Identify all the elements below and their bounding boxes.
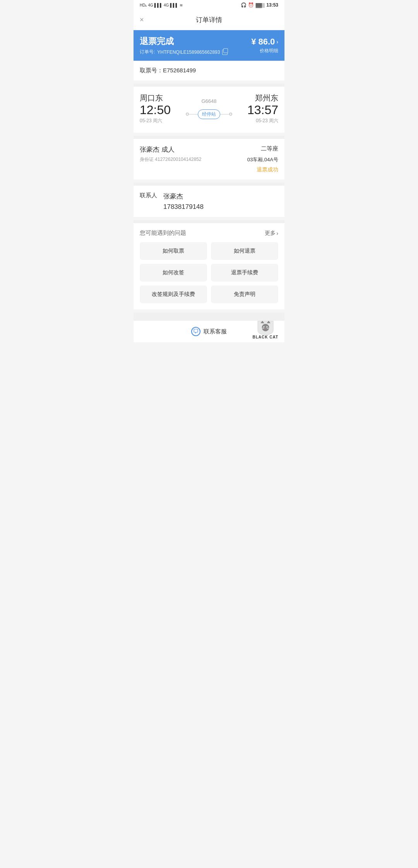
depart-station: 周口东 12:50 05-23 周六	[140, 93, 171, 124]
divider2	[134, 136, 284, 139]
faq-header: 您可能遇到的问题 更多 ›	[140, 229, 278, 237]
train-middle: G6648 经停站	[186, 98, 232, 119]
banner-right: ¥ 86.0 › 价格明细	[251, 37, 278, 54]
page-title: 订单详情	[196, 15, 222, 24]
signal-bars2: ▌▌▌	[170, 3, 178, 7]
passenger-name: 张豪杰 成人	[140, 145, 175, 154]
passenger-section: 张豪杰 成人 二等座 身份证 412726200104142852 03车厢,0…	[134, 139, 284, 179]
divider4	[134, 220, 284, 223]
svg-point-6	[267, 327, 267, 328]
price-detail-label[interactable]: 价格明细	[260, 48, 278, 54]
signal-bars: ▌▌▌	[154, 3, 163, 7]
line-bar-right	[220, 114, 229, 114]
network-4g: 4G	[148, 3, 153, 7]
line-bar-left	[189, 114, 198, 114]
arrive-station: 郑州东 13:57 05-23 周六	[247, 93, 278, 124]
faq-item-2[interactable]: 如何退票	[211, 242, 278, 260]
order-price: ¥ 86.0 ›	[251, 37, 278, 47]
svg-point-2	[262, 324, 269, 331]
train-line: 经停站	[186, 109, 232, 119]
service-label[interactable]: 联系客服	[204, 328, 227, 335]
seat-type: 二等座	[261, 145, 278, 154]
order-number: YHTFENQILE1589865662893	[157, 50, 220, 55]
status-bar: HD₁ 4G ▌▌▌ 4G ▌▌▌ ≋ 🎧 ⏰ ▓▓▒ 13:53	[134, 0, 284, 10]
arrive-time: 13:57	[247, 103, 278, 117]
faq-grid: 如何取票 如何退票 如何改签 退票手续费 改签规则及手续费 免责声明	[140, 242, 278, 303]
alarm-icon: ⏰	[248, 2, 254, 8]
chevron-right-icon: ›	[276, 230, 278, 236]
faq-item-1[interactable]: 如何取票	[140, 242, 207, 260]
bottom-bar: 联系客服 BLACK CAT	[134, 320, 284, 342]
contact-info: 张豪杰 17838179148	[163, 192, 204, 211]
chat-icon	[191, 327, 200, 336]
network-indicator: HD₁	[140, 3, 147, 7]
black-cat-brand: BLACK CAT	[252, 335, 278, 339]
passenger-id: 身份证 412726200104142852	[140, 156, 201, 163]
contact-phone: 17838179148	[163, 203, 204, 211]
battery-icon: ▓▓▒	[255, 3, 265, 7]
status-left: HD₁ 4G ▌▌▌ 4G ▌▌▌ ≋	[140, 3, 183, 7]
status-banner: 退票完成 订单号: YHTFENQILE1589865662893 ¥ 86.0…	[134, 30, 284, 61]
faq-title: 您可能遇到的问题	[140, 229, 186, 237]
wifi-icon: ≋	[180, 3, 183, 7]
contact-label: 联系人	[140, 192, 157, 199]
depart-time: 12:50	[140, 103, 171, 117]
network-4g2: 4G	[164, 3, 169, 7]
refund-success-label: 退票成功	[140, 166, 278, 173]
faq-item-3[interactable]: 如何改签	[140, 264, 207, 282]
line-dot-left	[186, 113, 189, 116]
header: × 订单详情	[134, 10, 284, 30]
ticket-number: 取票号：E752681499	[140, 67, 196, 73]
order-label: 订单号:	[140, 49, 155, 55]
bottom-spacer	[134, 313, 284, 320]
passenger-name-row: 张豪杰 成人 二等座	[140, 145, 278, 154]
seat-number: 03车厢,04A号	[247, 156, 278, 163]
line-dot-right	[229, 113, 232, 116]
arrive-date: 05-23 周六	[247, 118, 278, 124]
faq-section: 您可能遇到的问题 更多 › 如何取票 如何退票 如何改签 退票手续费 改签规则及…	[134, 223, 284, 309]
faq-item-6[interactable]: 免责声明	[211, 285, 278, 303]
svg-point-5	[264, 327, 264, 328]
cat-svg	[256, 320, 275, 335]
order-number-row: 订单号: YHTFENQILE1589865662893	[140, 49, 228, 55]
copy-icon[interactable]	[222, 50, 228, 55]
contact-section: 联系人 张豪杰 17838179148	[134, 186, 284, 217]
banner-left: 退票完成 订单号: YHTFENQILE1589865662893	[140, 36, 228, 55]
price-chevron: ›	[276, 39, 278, 45]
faq-more-button[interactable]: 更多 ›	[265, 230, 278, 237]
depart-date: 05-23 周六	[140, 118, 171, 124]
arrive-station-name: 郑州东	[247, 93, 278, 103]
ticket-section: 取票号：E752681499	[134, 61, 284, 80]
headphone-icon: 🎧	[241, 2, 247, 8]
train-number: G6648	[201, 98, 216, 104]
clock-time: 13:53	[266, 2, 278, 8]
passenger-id-row: 身份证 412726200104142852 03车厢,04A号	[140, 156, 278, 163]
contact-row: 联系人 张豪杰 17838179148	[140, 192, 278, 211]
black-cat-logo: BLACK CAT	[252, 320, 278, 339]
faq-item-4[interactable]: 退票手续费	[211, 264, 278, 282]
close-button[interactable]: ×	[140, 16, 144, 24]
contact-name: 张豪杰	[163, 192, 204, 201]
status-right: 🎧 ⏰ ▓▓▒ 13:53	[241, 2, 278, 8]
train-route: 周口东 12:50 05-23 周六 G6648 经停站 郑州东 13:57 0…	[140, 93, 278, 124]
depart-station-name: 周口东	[140, 93, 171, 103]
refund-status: 退票完成	[140, 36, 228, 47]
divider3	[134, 183, 284, 186]
divider1	[134, 84, 284, 87]
train-section: 周口东 12:50 05-23 周六 G6648 经停站 郑州东 13:57 0…	[134, 87, 284, 133]
chat-bubble-svg	[193, 329, 199, 334]
via-station-button[interactable]: 经停站	[198, 109, 220, 119]
faq-item-5[interactable]: 改签规则及手续费	[140, 285, 207, 303]
